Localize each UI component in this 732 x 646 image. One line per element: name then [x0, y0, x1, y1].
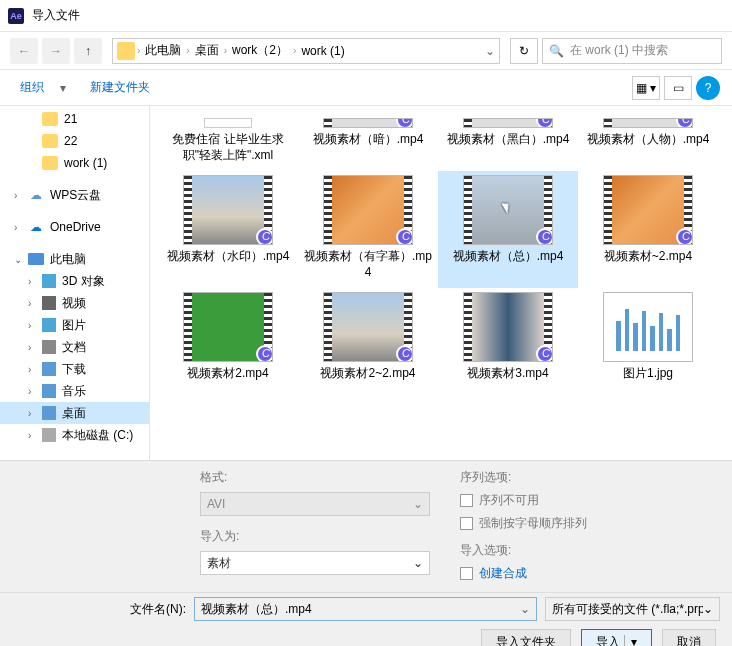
chevron-down-icon[interactable]: ⌄ [485, 44, 495, 58]
chevron-right-icon: › [14, 222, 17, 233]
badge-icon [536, 118, 553, 128]
sidebar-desktop[interactable]: ›桌面 [0, 402, 149, 424]
create-comp-checkbox[interactable]: 创建合成 [460, 565, 587, 582]
sidebar-wps[interactable]: ›☁WPS云盘 [0, 184, 149, 206]
file-name: 视频素材2~2.mp4 [320, 366, 415, 382]
file-name: 视频素材3.mp4 [467, 366, 548, 382]
sidebar-videos[interactable]: ›视频 [0, 292, 149, 314]
new-folder-button[interactable]: 新建文件夹 [82, 75, 158, 100]
nav-bar: ← → ↑ › 此电脑 › 桌面 › work（2） › work (1) ⌄ … [0, 32, 732, 70]
breadcrumb-item[interactable]: work (1) [298, 44, 347, 58]
help-button[interactable]: ? [696, 76, 720, 100]
file-thumbnail [323, 118, 413, 128]
chevron-right-icon: › [28, 408, 31, 419]
file-name: 视频素材（人物）.mp4 [587, 132, 710, 148]
chevron-right-icon: › [186, 45, 189, 56]
chevron-right-icon: › [137, 45, 140, 56]
sidebar-3d[interactable]: ›3D 对象 [0, 270, 149, 292]
file-item[interactable]: 视频素材（有字幕）.mp4 [298, 171, 438, 288]
sidebar-localdisk[interactable]: ›本地磁盘 (C:) [0, 424, 149, 446]
badge-icon [676, 118, 693, 128]
sidebar-thispc[interactable]: ⌄此电脑 [0, 248, 149, 270]
footer: 文件名(N): 视频素材（总）.mp4⌄ 所有可接受的文件 (*.fla;*.p… [0, 592, 732, 646]
document-icon [42, 340, 56, 354]
sidebar-folder[interactable]: 21 [0, 108, 149, 130]
breadcrumb-item[interactable]: 桌面 [192, 42, 222, 59]
refresh-button[interactable]: ↻ [510, 38, 538, 64]
file-item[interactable]: 视频素材2.mp4 [158, 288, 298, 390]
badge-icon [536, 345, 553, 362]
music-icon [42, 384, 56, 398]
breadcrumb-item[interactable]: work（2） [229, 42, 291, 59]
chevron-down-icon: ⌄ [413, 556, 423, 570]
chevron-down-icon: ⌄ [413, 497, 423, 511]
import-options-label: 导入选项: [460, 542, 587, 559]
desktop-icon [42, 406, 56, 420]
badge-icon [396, 118, 413, 128]
search-placeholder: 在 work (1) 中搜索 [570, 42, 668, 59]
sidebar-pictures[interactable]: ›图片 [0, 314, 149, 336]
file-item[interactable]: 视频素材（黑白）.mp4 [438, 114, 578, 171]
chevron-down-icon: ⌄ [14, 254, 22, 265]
sidebar-music[interactable]: ›音乐 [0, 380, 149, 402]
sidebar-folder[interactable]: 22 [0, 130, 149, 152]
badge-icon [536, 228, 553, 245]
chevron-right-icon: › [28, 430, 31, 441]
file-filter-select[interactable]: 所有可接受的文件 (*.fla;*.prpr⌄ [545, 597, 720, 621]
file-thumbnail [463, 118, 553, 128]
file-item[interactable]: 视频素材（人物）.mp4 [578, 114, 718, 171]
chevron-right-icon: › [28, 364, 31, 375]
file-thumbnail [323, 292, 413, 362]
chevron-right-icon: › [28, 342, 31, 353]
breadcrumb[interactable]: › 此电脑 › 桌面 › work（2） › work (1) ⌄ [112, 38, 500, 64]
file-item[interactable]: 视频素材（暗）.mp4 [298, 114, 438, 171]
file-item[interactable]: 图片1.jpg [578, 288, 718, 390]
up-button[interactable]: ↑ [74, 38, 102, 64]
file-item[interactable]: 视频素材2~2.mp4 [298, 288, 438, 390]
sidebar-onedrive[interactable]: ›☁OneDrive [0, 216, 149, 238]
cancel-button[interactable]: 取消 [662, 629, 716, 646]
sidebar-docs[interactable]: ›文档 [0, 336, 149, 358]
chevron-right-icon: › [28, 320, 31, 331]
back-button[interactable]: ← [10, 38, 38, 64]
forward-button[interactable]: → [42, 38, 70, 64]
sidebar-downloads[interactable]: ›下载 [0, 358, 149, 380]
file-item[interactable]: 视频素材（水印）.mp4 [158, 171, 298, 288]
sidebar-folder[interactable]: work (1) [0, 152, 149, 174]
file-item[interactable]: 视频素材~2.mp4 [578, 171, 718, 288]
file-thumbnail [183, 292, 273, 362]
disk-icon [42, 428, 56, 442]
app-icon: Ae [8, 8, 24, 24]
importas-label: 导入为: [200, 528, 430, 545]
chevron-down-icon[interactable]: ▾ [624, 635, 637, 646]
file-name: 视频素材（水印）.mp4 [167, 249, 290, 265]
file-item[interactable]: 免费住宿 让毕业生求职"轻装上阵".xml [158, 114, 298, 171]
file-grid[interactable]: 免费住宿 让毕业生求职"轻装上阵".xml视频素材（暗）.mp4视频素材（黑白）… [150, 106, 732, 460]
chevron-right-icon: › [28, 298, 31, 309]
view-mode-button[interactable]: ▦ ▾ [632, 76, 660, 100]
badge-icon [256, 345, 273, 362]
file-name: 视频素材2.mp4 [187, 366, 268, 382]
filename-input[interactable]: 视频素材（总）.mp4⌄ [194, 597, 537, 621]
import-button[interactable]: 导入▾ [581, 629, 652, 646]
file-thumbnail [603, 118, 693, 128]
breadcrumb-item[interactable]: 此电脑 [142, 42, 184, 59]
file-item[interactable]: 视频素材3.mp4 [438, 288, 578, 390]
folder-icon [117, 42, 135, 60]
file-item[interactable]: 视频素材（总）.mp4 [438, 171, 578, 288]
checkbox-icon[interactable] [460, 567, 473, 580]
chevron-down-icon[interactable]: ⌄ [520, 602, 530, 616]
search-input[interactable]: 🔍 在 work (1) 中搜索 [542, 38, 722, 64]
checkbox-icon [460, 517, 473, 530]
import-folder-button[interactable]: 导入文件夹 [481, 629, 571, 646]
video-icon [42, 296, 56, 310]
sequence-options-label: 序列选项: [460, 469, 587, 486]
organize-menu[interactable]: 组织 [12, 75, 52, 100]
title-bar: Ae 导入文件 [0, 0, 732, 32]
sidebar: 21 22 work (1) ›☁WPS云盘 ›☁OneDrive ⌄此电脑 ›… [0, 106, 150, 460]
importas-select[interactable]: 素材⌄ [200, 551, 430, 575]
format-select: AVI⌄ [200, 492, 430, 516]
force-alpha-checkbox: 强制按字母顺序排列 [460, 515, 587, 532]
preview-pane-button[interactable]: ▭ [664, 76, 692, 100]
file-thumbnail [183, 175, 273, 245]
